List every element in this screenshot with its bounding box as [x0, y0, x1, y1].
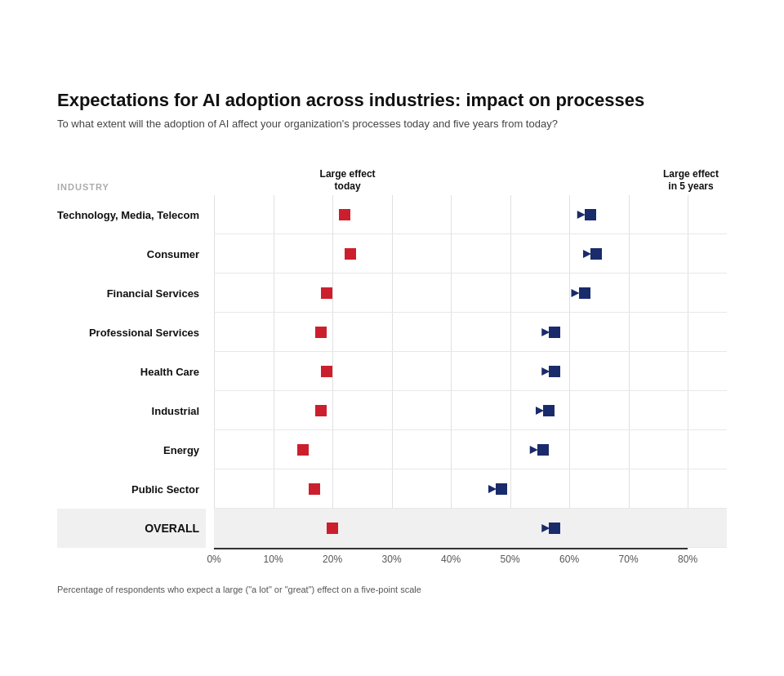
x-axis-label: 70% — [619, 554, 639, 565]
data-row — [214, 469, 727, 509]
industry-row: Financial Services — [57, 274, 206, 313]
industry-row: Health Care — [57, 352, 206, 391]
x-axis-label: 10% — [264, 554, 283, 565]
svg-rect-31 — [496, 483, 507, 495]
industry-row: Industrial — [57, 391, 206, 430]
svg-rect-6 — [345, 248, 356, 260]
industry-label: Industrial — [152, 405, 200, 417]
svg-rect-7 — [590, 248, 602, 260]
svg-rect-30 — [309, 483, 320, 495]
svg-rect-10 — [321, 287, 332, 299]
today-dot — [321, 287, 332, 299]
svg-rect-23 — [543, 405, 555, 416]
today-dot — [345, 248, 356, 260]
svg-rect-22 — [315, 405, 327, 416]
industry-label: Public Sector — [131, 483, 199, 496]
svg-rect-27 — [537, 444, 549, 456]
arrow-svg — [214, 391, 688, 430]
data-row — [214, 274, 727, 313]
five-years-dot — [579, 287, 590, 299]
five-years-dot — [496, 483, 507, 495]
arrow-svg — [214, 313, 688, 352]
today-dot — [339, 209, 350, 220]
svg-rect-26 — [297, 444, 309, 456]
industry-label: Energy — [163, 444, 199, 456]
svg-rect-11 — [579, 287, 590, 299]
chart-subtitle: To what extent will the adoption of AI a… — [57, 118, 727, 130]
svg-rect-18 — [321, 366, 332, 377]
overall-label: OVERALL — [145, 522, 199, 535]
industry-row: Public Sector — [57, 469, 206, 509]
footnote: Percentage of respondents who expect a l… — [57, 585, 727, 594]
five-years-dot — [549, 366, 560, 377]
today-dot — [309, 483, 320, 495]
five-years-dot — [537, 444, 549, 456]
data-row — [214, 195, 727, 234]
five-years-dot — [543, 405, 555, 416]
x-axis-label: 50% — [501, 554, 520, 565]
column-headers: Large effecttodayLarge effectin 5 years — [214, 154, 727, 195]
header-today: Large effecttoday — [320, 168, 376, 192]
today-dot — [321, 366, 332, 377]
x-axis-label: 40% — [441, 554, 461, 565]
five-years-dot — [585, 209, 596, 220]
rows-wrapper — [214, 195, 727, 548]
data-row — [214, 391, 727, 430]
arrow-svg — [214, 430, 688, 469]
today-dot — [315, 327, 327, 338]
arrow-svg — [214, 195, 688, 234]
chart-title: Expectations for AI adoption across indu… — [57, 90, 727, 111]
industry-label: Consumer — [147, 248, 199, 260]
x-axis-label: 30% — [382, 554, 402, 565]
x-axis-label: 20% — [323, 554, 342, 565]
data-row — [214, 430, 727, 469]
industry-row: Professional Services — [57, 313, 206, 352]
svg-rect-2 — [339, 209, 350, 220]
data-row — [214, 234, 727, 274]
chart-container: Expectations for AI adoption across indu… — [24, 57, 760, 619]
industry-row: Consumer — [57, 234, 206, 274]
five-years-dot — [590, 248, 602, 260]
industry-row: Technology, Media, Telecom — [57, 195, 206, 234]
chart-area: INDUSTRY Technology, Media, TelecomConsu… — [57, 154, 727, 572]
data-row — [214, 352, 727, 391]
industry-row: Energy — [57, 430, 206, 469]
x-axis-label: 80% — [678, 554, 697, 565]
industry-header: INDUSTRY — [57, 154, 206, 195]
data-row — [214, 313, 727, 352]
svg-rect-15 — [549, 327, 560, 338]
x-axis: 0%10%20%30%40%50%60%70%80% — [214, 548, 688, 572]
overall-row — [214, 509, 727, 548]
industry-label: Health Care — [140, 366, 199, 378]
arrow-svg — [214, 234, 688, 274]
svg-rect-35 — [549, 523, 560, 534]
arrow-svg — [214, 469, 688, 509]
industry-label: Financial Services — [107, 287, 199, 300]
plot-area: Large effecttodayLarge effectin 5 years … — [214, 154, 727, 572]
x-axis-label: 60% — [559, 554, 579, 565]
svg-rect-34 — [327, 523, 338, 534]
five-years-dot — [549, 523, 560, 534]
today-dot — [297, 444, 309, 456]
svg-rect-3 — [585, 209, 596, 220]
industry-labels: INDUSTRY Technology, Media, TelecomConsu… — [57, 154, 214, 572]
today-dot — [315, 405, 327, 416]
overall-industry-row: OVERALL — [57, 509, 206, 548]
arrow-svg — [214, 509, 688, 548]
svg-rect-19 — [549, 366, 560, 377]
x-axis-label: 0% — [207, 554, 220, 565]
header-5years: Large effectin 5 years — [663, 168, 719, 192]
arrow-svg — [214, 352, 688, 391]
svg-rect-14 — [315, 327, 327, 338]
industry-label: Technology, Media, Telecom — [57, 209, 199, 221]
industry-label: Professional Services — [89, 327, 199, 339]
arrow-svg — [214, 274, 688, 313]
today-dot — [327, 523, 338, 534]
five-years-dot — [549, 327, 560, 338]
